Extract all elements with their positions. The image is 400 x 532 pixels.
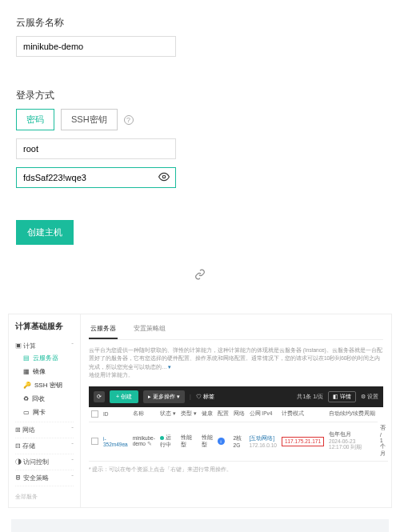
sidebar-group-network[interactable]: ⊞ 网络ˇ bbox=[15, 426, 74, 434]
tab-ssh-key[interactable]: SSH密钥 bbox=[61, 109, 118, 130]
sidebar-group-storage[interactable]: ⊟ 存储ˇ bbox=[15, 442, 74, 450]
info-icon[interactable]: i bbox=[218, 438, 225, 445]
col-renew[interactable]: 自动续约/续费周期 bbox=[326, 407, 378, 422]
placeholder-block bbox=[11, 519, 389, 532]
edit-name-icon[interactable]: ✎ bbox=[147, 441, 152, 446]
detail-button[interactable]: ◧ 详情 bbox=[328, 391, 356, 402]
svg-point-0 bbox=[162, 175, 166, 178]
expand-link[interactable]: ▾ bbox=[168, 364, 171, 370]
sidebar: 计算基础服务 ▣ 计算ˇ ▤云服务器 ▦镜像 🔑SSH 密钥 ♻回收 ▭网卡 ⊞… bbox=[9, 314, 81, 507]
col-status[interactable]: 状态 ▾ bbox=[158, 407, 178, 422]
col-id[interactable]: ID bbox=[101, 407, 130, 422]
footer-tip: * 提示：可以在每个资源上点击「右键」来进行常用操作。 bbox=[89, 466, 383, 474]
sidebar-item-cloud-server[interactable]: ▤云服务器 bbox=[15, 350, 74, 364]
net-cell: [互动网络]172.16.0.10 bbox=[247, 422, 279, 462]
sidebar-group-compute[interactable]: ▣ 计算ˇ bbox=[15, 342, 74, 350]
row-checkbox[interactable] bbox=[91, 438, 98, 445]
link-icon bbox=[0, 261, 400, 306]
col-health[interactable]: 健康 bbox=[199, 407, 215, 422]
login-method-label: 登录方式 bbox=[16, 89, 384, 102]
password-input[interactable] bbox=[16, 167, 176, 188]
main-panel: 云服务器 安置策略组 云平台为您提供一种随时获取的、弹性的计算能力，这种计算能力… bbox=[81, 314, 391, 507]
tab-password[interactable]: 密码 bbox=[16, 109, 54, 130]
help-icon[interactable]: ? bbox=[124, 115, 134, 125]
pager-info: 共1条 1/页 bbox=[297, 393, 323, 401]
filter-tags[interactable]: ♡ 标签 bbox=[196, 393, 214, 401]
refresh-button[interactable]: ⟳ bbox=[94, 391, 105, 402]
nic-icon: ▭ bbox=[23, 409, 30, 416]
select-all-checkbox[interactable] bbox=[91, 410, 98, 418]
col-type[interactable]: 类型 ▾ bbox=[178, 407, 199, 422]
description-text: 云平台为您提供一种随时获取的、弹性的计算能力，这种计算能力的体现就是云服务器 (… bbox=[89, 346, 383, 380]
sidebar-item-ssh-keys[interactable]: 🔑SSH 密钥 bbox=[15, 378, 74, 391]
sidebar-item-images[interactable]: ▦镜像 bbox=[15, 364, 74, 378]
status-dot-icon bbox=[160, 436, 164, 440]
tab-cloud-server[interactable]: 云服务器 bbox=[89, 321, 118, 339]
config-text: 2核2G bbox=[234, 435, 242, 448]
col-network[interactable]: 网络 bbox=[231, 407, 247, 422]
image-icon: ▦ bbox=[23, 368, 30, 375]
username-input[interactable] bbox=[16, 138, 176, 159]
eye-icon[interactable] bbox=[158, 171, 170, 184]
sidebar-title: 计算基础服务 bbox=[15, 321, 74, 332]
table-row[interactable]: i-352m49ea minikube-demo ✎ 运行中 性能型 性能型 i… bbox=[89, 422, 388, 462]
billing-cell: 包年包月2024-06-23 12:17:00 到期 bbox=[326, 422, 378, 462]
tab-placement-group[interactable]: 安置策略组 bbox=[132, 321, 167, 339]
more-actions-button[interactable]: ▸ 更多操作 ▾ bbox=[143, 390, 185, 403]
public-ip[interactable]: 117.175.21.171 bbox=[282, 437, 324, 446]
key-icon: 🔑 bbox=[23, 382, 31, 389]
col-ipv4[interactable]: 公网 IPv4 bbox=[247, 407, 279, 422]
recycle-icon: ♻ bbox=[23, 395, 29, 402]
col-billing[interactable]: 计费模式 bbox=[279, 407, 326, 422]
toolbar: ⟳ + 创建 ▸ 更多操作 ▾ | ♡ 标签 共1条 1/页 ◧ 详情 ⚙ 设置 bbox=[89, 386, 383, 407]
sidebar-item-recycle[interactable]: ♻回收 bbox=[15, 391, 74, 405]
renew-text: 否 / 1个月 bbox=[378, 422, 388, 462]
perf-text: 性能型 bbox=[202, 434, 213, 447]
instance-table: ID 名称 状态 ▾ 类型 ▾ 健康 配置 网络 公网 IPv4 计费模式 自动… bbox=[89, 407, 388, 462]
create-host-button[interactable]: 创建主机 bbox=[16, 220, 74, 245]
sidebar-group-security[interactable]: ⛨ 安全策略ˇ bbox=[15, 474, 74, 482]
col-name[interactable]: 名称 bbox=[130, 407, 158, 422]
sidebar-group-access[interactable]: ◑ 访问控制ˇ bbox=[15, 458, 74, 466]
console-panel: 计算基础服务 ▣ 计算ˇ ▤云服务器 ▦镜像 🔑SSH 密钥 ♻回收 ▭网卡 ⊞… bbox=[8, 314, 392, 508]
settings-button[interactable]: ⚙ 设置 bbox=[361, 393, 378, 401]
sidebar-all-services[interactable]: 全部服务 bbox=[15, 493, 74, 501]
create-button[interactable]: + 创建 bbox=[110, 390, 138, 403]
service-name-label: 云服务名称 bbox=[16, 16, 384, 30]
instance-id-link[interactable]: i-352m49ea bbox=[103, 436, 128, 447]
col-config[interactable]: 配置 bbox=[215, 407, 231, 422]
type-text: 性能型 bbox=[178, 422, 199, 462]
sidebar-item-nic[interactable]: ▭网卡 bbox=[15, 405, 74, 418]
service-name-input[interactable] bbox=[16, 36, 176, 57]
